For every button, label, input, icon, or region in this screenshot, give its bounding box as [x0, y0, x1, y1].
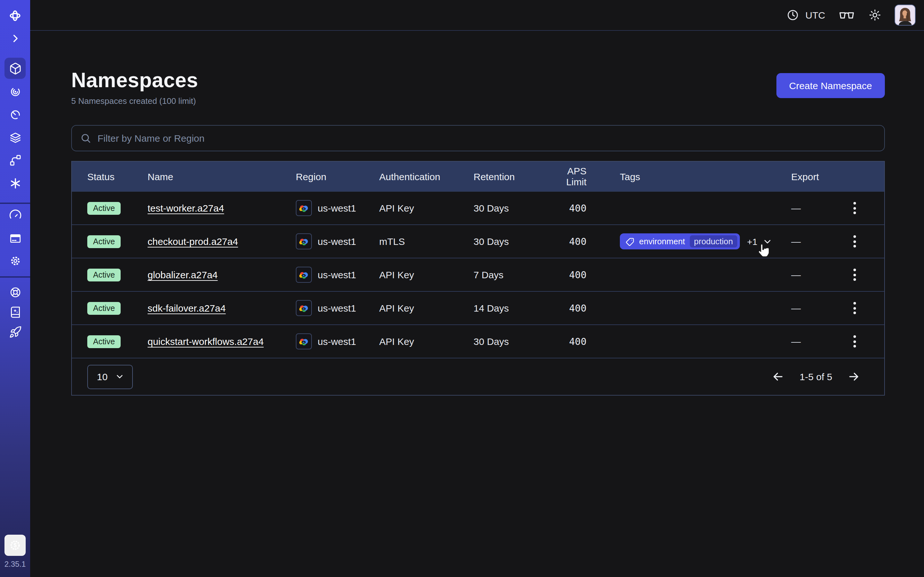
kebab-menu-button[interactable]: [839, 333, 870, 350]
aps-limit-cell: 400: [548, 302, 620, 314]
auth-cell: mTLS: [379, 236, 473, 247]
chevron-down-icon[interactable]: [762, 236, 772, 247]
status-badge: Active: [87, 268, 121, 281]
region-label: us-west1: [318, 336, 356, 347]
col-aps-limit: APS Limit: [548, 165, 620, 187]
export-cell: —: [791, 269, 839, 280]
namespace-link[interactable]: globalizer.a27a4: [148, 269, 218, 280]
status-badge: Active: [87, 301, 121, 314]
dollar-badge-icon: $: [8, 538, 22, 552]
expand-chevron-icon[interactable]: [8, 31, 22, 45]
table-row[interactable]: Active quickstart-workflows.a27a4 us-wes…: [72, 324, 884, 358]
region-cell: us-west1: [296, 234, 379, 250]
name-cell: test-worker.a27a4: [148, 203, 296, 213]
region-cell: us-west1: [296, 200, 379, 216]
col-authentication: Authentication: [379, 171, 473, 182]
kebab-menu-button[interactable]: [839, 233, 870, 250]
create-namespace-button[interactable]: Create Namespace: [776, 73, 885, 98]
auth-cell: API Key: [379, 336, 473, 347]
tag-pill[interactable]: environment production: [620, 234, 740, 250]
namespace-link[interactable]: quickstart-workflows.a27a4: [148, 336, 264, 347]
auth-cell: API Key: [379, 303, 473, 314]
app-version: 2.35.1: [5, 560, 26, 569]
table-row[interactable]: Active checkout-prod.a27a4 us-west1 mTLS…: [72, 224, 884, 258]
namespace-link[interactable]: sdk-failover.a27a4: [148, 303, 226, 314]
col-region: Region: [296, 171, 379, 182]
sidebar-item-schedules[interactable]: [8, 108, 22, 122]
sidebar: $ 2.35.1: [0, 0, 30, 577]
workflow-branch-icon: [9, 154, 21, 167]
retention-cell: 14 Days: [473, 303, 548, 314]
sidebar-item-support[interactable]: [8, 285, 22, 300]
svg-text:$: $: [13, 542, 17, 548]
pricing-dollar-badge-button[interactable]: $: [5, 535, 26, 556]
sidebar-item-usage[interactable]: [8, 208, 22, 222]
auth-cell: API Key: [379, 269, 473, 280]
avatar-image: [895, 5, 915, 25]
layers-icon: [9, 131, 21, 144]
status-badge: Active: [87, 235, 121, 248]
actions-cell: [839, 333, 870, 350]
temporal-logo-icon: [8, 8, 22, 23]
google-cloud-icon: [296, 267, 312, 283]
col-tags: Tags: [620, 171, 791, 182]
next-page-button[interactable]: [847, 370, 861, 384]
google-cloud-icon: [296, 234, 312, 250]
aps-limit-cell: 400: [548, 335, 620, 347]
timezone-selector[interactable]: UTC: [786, 8, 825, 22]
actions-cell: [839, 300, 870, 317]
status-cell: Active: [87, 335, 148, 348]
namespace-link[interactable]: test-worker.a27a4: [148, 203, 224, 213]
page-size-select[interactable]: 10: [87, 364, 133, 389]
sidebar-item-getting-started[interactable]: [8, 325, 22, 339]
status-badge: Active: [87, 335, 121, 348]
status-badge: Active: [87, 201, 121, 214]
namespace-link[interactable]: checkout-prod.a27a4: [148, 236, 238, 247]
tag-key: environment: [639, 237, 685, 246]
namespaces-cube-icon: [9, 62, 21, 75]
sidebar-item-namespaces[interactable]: [5, 58, 26, 79]
settings-gear-icon: [9, 255, 21, 268]
sidebar-item-billing[interactable]: [8, 231, 22, 245]
name-cell: checkout-prod.a27a4: [148, 236, 296, 247]
table-row[interactable]: Active sdk-failover.a27a4 us-west1 API K…: [72, 291, 884, 324]
sidebar-item-settings[interactable]: [8, 254, 22, 268]
retention-cell: 30 Days: [473, 336, 548, 347]
col-status: Status: [87, 171, 148, 182]
export-cell: —: [791, 303, 839, 314]
table-row[interactable]: Active globalizer.a27a4 us-west1 API Key…: [72, 258, 884, 291]
google-cloud-icon: [296, 300, 312, 316]
tags-cell: environment production +1: [620, 234, 791, 250]
sidebar-item-batch[interactable]: [8, 153, 22, 167]
user-avatar[interactable]: [895, 5, 916, 26]
status-cell: Active: [87, 235, 148, 248]
theme-toggle-button[interactable]: [868, 8, 882, 22]
table-row[interactable]: Active test-worker.a27a4 us-west1 API Ke…: [72, 191, 884, 224]
filter-input[interactable]: [97, 133, 876, 143]
sidebar-item-nexus[interactable]: [8, 176, 22, 190]
col-retention: Retention: [473, 171, 548, 182]
table-header-row: Status Name Region Authentication Retent…: [72, 161, 884, 191]
tag-value: production: [690, 235, 737, 247]
topbar: UTC: [30, 0, 924, 31]
accessibility-glasses-button[interactable]: [838, 10, 855, 21]
prev-page-button[interactable]: [771, 370, 785, 384]
pagination-range: 1-5 of 5: [800, 371, 832, 382]
sun-icon: [868, 8, 882, 22]
sidebar-item-monitors[interactable]: [8, 85, 22, 99]
region-cell: us-west1: [296, 300, 379, 316]
kebab-menu-button[interactable]: [839, 300, 870, 317]
sidebar-item-docs[interactable]: [8, 305, 22, 319]
name-cell: sdk-failover.a27a4: [148, 303, 296, 314]
main-content: Namespaces 5 Namespaces created (100 lim…: [30, 31, 924, 577]
sidebar-item-deployments[interactable]: [8, 131, 22, 145]
sidebar-divider: [0, 203, 30, 204]
table-body: Active test-worker.a27a4 us-west1 API Ke…: [72, 191, 884, 358]
page-size-value: 10: [97, 371, 107, 382]
kebab-menu-button[interactable]: [839, 199, 870, 217]
tag-icon: [626, 237, 635, 246]
support-lifebuoy-icon: [9, 286, 21, 299]
retention-cell: 7 Days: [473, 269, 548, 280]
kebab-menu-button[interactable]: [839, 266, 870, 284]
retention-cell: 30 Days: [473, 236, 548, 247]
